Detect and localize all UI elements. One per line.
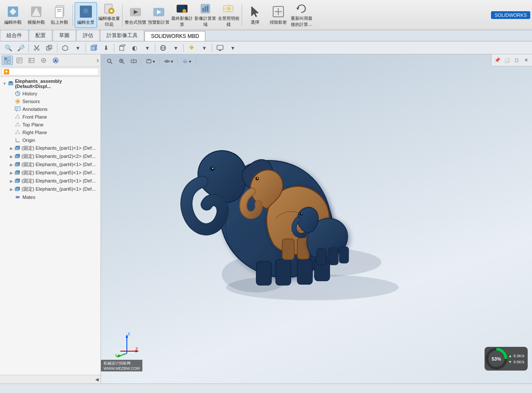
tb2-cube2-icon[interactable] xyxy=(116,43,128,53)
tb2-light-icon[interactable] xyxy=(186,43,197,53)
tb2-box-icon[interactable] xyxy=(44,43,55,53)
speed-circle: 53% xyxy=(485,347,508,371)
svg-rect-82 xyxy=(15,180,19,183)
tab-calc-image[interactable]: 計算影像工具 xyxy=(100,30,144,41)
sensor-icon xyxy=(15,98,21,104)
tree-item-part4[interactable]: ▶ (固定) Elephants_(part4)<1> (Def... xyxy=(0,160,101,169)
tb2-shade-down-icon[interactable]: ▾ xyxy=(142,43,153,53)
vt-sep-4 xyxy=(195,57,196,65)
tb2-sep-1 xyxy=(28,44,29,52)
svg-rect-5 xyxy=(57,11,61,12)
vt-zoom-fit[interactable] xyxy=(104,57,115,66)
part-icon xyxy=(14,145,20,151)
tree-item-part3[interactable]: ▶ (固定) Elephants_(part3)<1> (Def... xyxy=(0,177,101,185)
toolbar-btn-select[interactable]: 選擇 xyxy=(244,2,266,28)
tree-item-origin[interactable]: Origin xyxy=(0,136,101,144)
tree-item-part1[interactable]: ▶ (固定) Elephants_(part1)<1> (Def... xyxy=(0,144,101,152)
toolbar-btn-full-scene[interactable]: 編輯全景 xyxy=(75,2,97,28)
toolbar-btn-recalc[interactable]: 重新叫用最後的計算… xyxy=(290,2,313,28)
tree-item-sensors[interactable]: Sensors xyxy=(0,97,101,105)
tree-item-top-plane[interactable]: Top Plane xyxy=(0,121,101,129)
toolbar-sep-2 xyxy=(122,4,123,26)
sidebar-collapse-arrow[interactable]: ◀ xyxy=(95,377,99,382)
tb2-globe-icon[interactable] xyxy=(157,43,169,53)
sidebar-tab-more[interactable]: › xyxy=(97,57,99,64)
tree-item-mates[interactable]: Mates xyxy=(0,193,101,201)
tb2-globe-down-icon[interactable]: ▾ xyxy=(170,43,181,53)
3d-viewport[interactable]: ▾ ▾ ▾ 📌 ⬜ ◻ ✕ xyxy=(101,54,532,384)
svg-text:Y: Y xyxy=(115,353,117,358)
tb2-search2-icon[interactable]: 🔎 xyxy=(15,43,26,53)
toolbar-sep-1 xyxy=(72,4,73,26)
sidebar-tab-config[interactable] xyxy=(26,56,37,65)
tree-item-annotations[interactable]: Annotations xyxy=(0,105,101,113)
tb2-cube-icon[interactable] xyxy=(88,43,99,53)
tab-draft[interactable]: 草圖 xyxy=(53,30,76,41)
tb2-down-arrow-icon[interactable]: ▾ xyxy=(72,43,83,53)
tab-evaluate[interactable]: 評估 xyxy=(76,30,100,41)
part2-icon xyxy=(14,154,20,160)
maximize-btn[interactable]: ◻ xyxy=(512,56,521,65)
sidebar-tab-feature-tree[interactable] xyxy=(2,56,13,65)
toolbar-btn-edit-group[interactable]: 編輯外觀 xyxy=(2,2,24,28)
toolbar-btn-edit-ext[interactable]: 模擬外觀 xyxy=(25,2,47,28)
tb2-sep-3 xyxy=(85,44,86,52)
tree-item-right-plane[interactable]: Right Plane xyxy=(0,129,101,136)
svg-rect-76 xyxy=(15,155,19,158)
tb2-light-down-icon[interactable]: ▾ xyxy=(198,43,210,53)
tb2-down-icon[interactable]: ⬇ xyxy=(101,43,112,53)
toolbar-btn-impact-calc[interactable]: 影像計算算域 xyxy=(194,2,217,28)
toolbar-btn-full-bright[interactable]: 全景照明校樣 xyxy=(217,2,240,28)
tb2-sep-6 xyxy=(183,44,184,52)
tb2-monitor-down-icon[interactable]: ▾ xyxy=(227,43,238,53)
svg-line-87 xyxy=(110,62,112,64)
sidebar-tab-origin[interactable] xyxy=(38,56,49,65)
tb2-search-icon[interactable]: 🔍 xyxy=(3,43,14,53)
pin-btn[interactable]: 📌 xyxy=(493,56,502,65)
svg-point-17 xyxy=(183,9,186,13)
vt-view-orient[interactable]: ▾ xyxy=(144,57,157,66)
sidebar-tab-display[interactable] xyxy=(50,56,61,65)
vt-zoom-box[interactable] xyxy=(116,57,127,66)
tree-item-front-plane[interactable]: Front Plane xyxy=(0,113,101,121)
tree-item-part6[interactable]: ▶ (固定) Elephants_(part6)<1> (Def... xyxy=(0,185,101,193)
tb2-3d-icon[interactable] xyxy=(60,43,71,53)
toolbar-btn-exclude[interactable]: 排除影射 xyxy=(267,2,290,28)
toolbar-btn-final-render[interactable]: 最終影像計算 xyxy=(171,2,193,28)
viewport-view-toolbar: ▾ ▾ ▾ xyxy=(101,55,489,67)
toolbar-btn-integrated[interactable]: 整合式預覽 xyxy=(124,2,147,28)
main-toolbar: 編輯外觀 模擬外觀 貼上外觀 編輯全景 編輯修改量印花 xyxy=(0,0,532,30)
tab-solidworks-mbd[interactable]: SOLIDWORKS MBD xyxy=(145,31,205,41)
toolbar-btn-edit-modify[interactable]: 編輯修改量印花 xyxy=(98,2,120,28)
filter-input[interactable] xyxy=(2,68,99,75)
tb2-shading-icon[interactable]: ◐ xyxy=(129,43,140,53)
svg-rect-51 xyxy=(8,61,10,63)
speed-bars: ▲ 8.3K/s ▼ 9.5K/s xyxy=(508,354,528,364)
svg-marker-36 xyxy=(120,45,126,46)
tb2-monitor-icon[interactable] xyxy=(214,43,226,53)
svg-rect-78 xyxy=(15,163,19,167)
svg-rect-32 xyxy=(91,46,95,50)
close-viewport-btn[interactable]: ✕ xyxy=(522,56,530,65)
sidebar-resize-handle[interactable]: ◀ xyxy=(0,375,101,384)
svg-text:Z: Z xyxy=(128,332,130,336)
filter-row xyxy=(0,67,101,77)
tab-bar: 組合件 配置 草圖 評估 計算影像工具 SOLIDWORKS MBD xyxy=(0,30,532,41)
svg-point-107 xyxy=(255,177,259,180)
tree-item-part5[interactable]: ▶ (固定) Elephants_(part5)<1> (Def... xyxy=(0,169,101,177)
toolbar-btn-paste[interactable]: 貼上外觀 xyxy=(48,2,71,28)
tab-config[interactable]: 配置 xyxy=(29,30,52,41)
svg-point-96 xyxy=(166,60,168,62)
tree-root-assembly[interactable]: ▼ Elephants_assembly (Default<Displ... xyxy=(0,78,101,90)
tb2-cut-icon[interactable] xyxy=(31,43,42,53)
tree-item-part2[interactable]: ▶ (固定) Elephants_(part2)<2> (Def... xyxy=(0,152,101,160)
restore-btn[interactable]: ⬜ xyxy=(503,56,511,65)
toolbar-btn-preview[interactable]: 預覽影計算 xyxy=(148,2,170,28)
vt-section[interactable] xyxy=(129,57,139,66)
sidebar-tab-properties[interactable] xyxy=(14,56,25,65)
vt-hide-show[interactable]: ▾ xyxy=(162,57,175,66)
svg-marker-26 xyxy=(296,7,299,10)
tree-item-history[interactable]: History xyxy=(0,90,101,97)
vt-render-mode[interactable]: ▾ xyxy=(180,57,193,66)
tab-assembly[interactable]: 組合件 xyxy=(0,30,28,41)
